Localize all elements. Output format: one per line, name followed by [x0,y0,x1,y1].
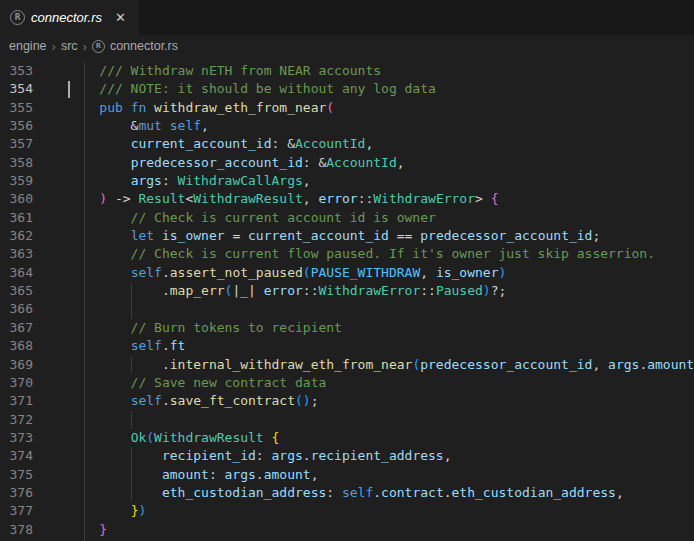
token-text: , [444,448,452,463]
token-text: |_| [232,283,263,298]
token-fn: internal_withdraw_eth_from_near [170,357,413,372]
token-b2: { [491,191,499,206]
line-number[interactable]: 365 [0,282,68,300]
code-line[interactable]: 376 eth_custodian_address: self.contract… [0,484,694,502]
code-line[interactable]: 377 }) [0,502,694,520]
code-line[interactable]: 358 predecessor_account_id: &AccountId, [0,154,694,172]
code-line[interactable]: 375 amount: args.amount, [0,466,694,484]
line-number[interactable]: 370 [0,374,68,392]
close-icon[interactable]: ✕ [112,9,129,26]
token-type: Result [138,191,185,206]
line-number[interactable]: 354 [0,80,68,98]
chevron-right-icon: › [83,39,87,54]
code-line[interactable]: 374 recipient_id: args.recipient_address… [0,447,694,465]
line-number[interactable]: 362 [0,227,68,245]
code-line[interactable]: 359 args: WithdrawCallArgs, [0,172,694,190]
code-editor[interactable]: 353 /// Withdraw nETH from NEAR accounts… [0,57,694,541]
code-line[interactable]: 360 ) -> Result<WithdrawResult, error::W… [0,190,694,208]
token-text: > [475,191,491,206]
line-number[interactable]: 361 [0,209,68,227]
code-line[interactable]: 357 current_account_id: &AccountId, [0,135,694,153]
token-text: : [162,173,178,188]
indent-guide [84,374,85,392]
line-number[interactable]: 363 [0,245,68,263]
indent-guide [84,245,85,263]
line-number[interactable]: 359 [0,172,68,190]
token-var: recipient_id [162,448,256,463]
token-b3: ( [303,265,311,280]
line-number[interactable]: 378 [0,521,68,539]
indent-guide [84,264,85,282]
tab-connector-rs[interactable]: R connector.rs ✕ [0,0,139,35]
line-number[interactable]: 360 [0,190,68,208]
code-line[interactable]: 364 self.assert_not_paused(PAUSE_WITHDRA… [0,264,694,282]
breadcrumb-item-file[interactable]: R connector.rs [92,39,178,53]
line-number[interactable]: 374 [0,447,68,465]
breadcrumb-item-engine[interactable]: engine [9,39,47,53]
code-line[interactable]: 367 // Burn tokens to recipient [0,319,694,337]
token-text [68,338,131,353]
code-line[interactable]: 353 /// Withdraw nETH from NEAR accounts [0,62,694,80]
token-text: . [162,265,170,280]
code-text: .map_err(|_| error::WithdrawError::Pause… [68,282,694,300]
indent-guide [84,62,85,80]
line-number[interactable]: 373 [0,429,68,447]
line-number[interactable]: 377 [0,502,68,520]
breadcrumb-item-src[interactable]: src [61,39,78,53]
code-line[interactable]: 378 } [0,521,694,539]
line-number[interactable]: 367 [0,319,68,337]
indent-guide [84,117,85,135]
token-comment: /// Withdraw nETH from NEAR accounts [68,63,381,78]
code-line[interactable]: 369 .internal_withdraw_eth_from_near(pre… [0,356,694,374]
code-line[interactable]: 355 pub fn withdraw_eth_from_near( [0,99,694,117]
chevron-right-icon: › [52,39,56,54]
indent-guide [131,300,132,318]
token-fn: map_err [170,283,225,298]
line-number[interactable]: 369 [0,356,68,374]
code-line[interactable]: 370 // Save new contract data [0,374,694,392]
token-text [68,228,131,243]
code-line[interactable]: 371 self.save_ft_contract(); [0,392,694,410]
token-text: ; [311,393,319,408]
code-line[interactable]: 368 self.ft [0,337,694,355]
code-line[interactable]: 361 // Check is current account id is ow… [0,209,694,227]
code-line[interactable]: 356 &mut self, [0,117,694,135]
code-line[interactable]: 373 Ok(WithdrawResult { [0,429,694,447]
line-number[interactable]: 372 [0,411,68,429]
line-number[interactable]: 368 [0,337,68,355]
code-line[interactable]: 366 [0,300,694,318]
indent-guide [131,282,132,300]
token-text [123,100,131,115]
code-line[interactable]: 372 [0,411,694,429]
line-number[interactable]: 364 [0,264,68,282]
code-line[interactable]: 365 .map_err(|_| error::WithdrawError::P… [0,282,694,300]
token-type: WithdrawError [373,191,475,206]
line-number[interactable]: 376 [0,484,68,502]
line-number[interactable]: 353 [0,62,68,80]
indent-guide [84,319,85,337]
token-var: args [608,357,639,372]
token-text: ?; [491,283,507,298]
token-type: AccountId [326,155,396,170]
token-var: error [318,191,357,206]
line-number[interactable]: 355 [0,99,68,117]
code-line[interactable]: 363 // Check is current flow paused. If … [0,245,694,263]
token-b3: ( [146,430,154,445]
code-text: }) [68,502,694,520]
line-number[interactable]: 356 [0,117,68,135]
code-area: 353 /// Withdraw nETH from NEAR accounts… [0,62,694,541]
token-type: WithdrawResult [193,191,303,206]
code-text: let is_owner = current_account_id == pre… [68,227,694,245]
line-number[interactable]: 375 [0,466,68,484]
code-line[interactable]: 362 let is_owner = current_account_id ==… [0,227,694,245]
token-var: args [131,173,162,188]
token-kw: let [131,228,154,243]
token-kw: pub [99,100,122,115]
line-number[interactable]: 358 [0,154,68,172]
line-number[interactable]: 371 [0,392,68,410]
code-line[interactable]: 354 /// NOTE: it should be without any l… [0,80,694,98]
token-var: predecessor_account_id [131,155,303,170]
line-number[interactable]: 357 [0,135,68,153]
token-text [162,118,170,133]
line-number[interactable]: 366 [0,300,68,318]
